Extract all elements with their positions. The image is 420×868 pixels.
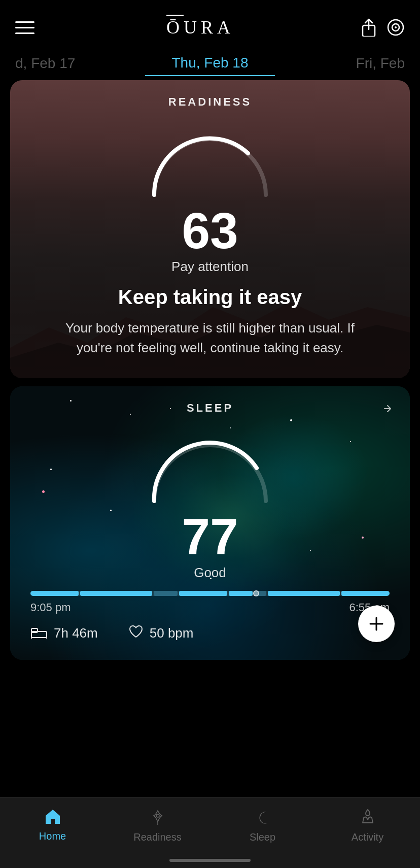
readiness-content: READINESS 63 Pay attention Keep taking i… (10, 80, 410, 378)
bed-icon (30, 624, 48, 642)
sleep-arrow-button[interactable] (380, 402, 395, 419)
logo-letter: Ō (166, 17, 184, 38)
sleep-duration-stat: 7h 46m (30, 624, 98, 642)
readiness-label: READINESS (25, 95, 395, 109)
readiness-description: Your body temperature is still higher th… (58, 318, 362, 358)
nav-readiness[interactable]: Readiness (105, 805, 210, 843)
app-logo: ŌURA (166, 17, 234, 38)
heart-rate-stat: 50 bpm (128, 624, 194, 642)
nav-sleep-label: Sleep (250, 831, 275, 843)
nav-readiness-label: Readiness (133, 831, 182, 843)
heart-icon (128, 624, 144, 642)
nav-home[interactable]: Home (0, 805, 105, 842)
readiness-score: 63 (25, 205, 395, 256)
menu-button[interactable] (15, 21, 41, 34)
sleep-card[interactable]: SLEEP 77 Good (10, 386, 410, 660)
nav-activity-label: Activity (352, 831, 383, 843)
sleep-content: SLEEP 77 Good (10, 386, 410, 660)
readiness-headline: Keep taking it easy (25, 285, 395, 309)
target-button[interactable] (387, 18, 405, 37)
sleep-start-time: 9:05 pm (30, 601, 71, 614)
add-button[interactable] (358, 606, 395, 642)
header: ŌURA (0, 0, 420, 46)
sleep-arc (144, 425, 276, 506)
sleep-bar (30, 591, 390, 596)
prev-date[interactable]: d, Feb 17 (0, 51, 145, 76)
share-button[interactable] (360, 18, 377, 37)
cards-container: READINESS 63 Pay attention Keep taking i… (0, 80, 420, 809)
nav-home-label: Home (39, 830, 66, 842)
home-indicator (169, 859, 251, 862)
header-actions (360, 18, 405, 37)
sleep-score: 77 (25, 511, 395, 562)
sleep-timeline: 9:05 pm 6:55 am (25, 591, 395, 614)
bottom-navigation: Home Readiness Sleep Activity (0, 797, 420, 868)
sleep-bar-segments (30, 591, 390, 596)
readiness-card[interactable]: READINESS 63 Pay attention Keep taking i… (10, 80, 410, 378)
activity-icon (359, 808, 377, 828)
readiness-status: Pay attention (25, 259, 395, 275)
home-icon (44, 808, 62, 827)
readiness-arc (144, 119, 276, 200)
sleep-status: Good (25, 565, 395, 581)
sleep-stats: 7h 46m 50 bpm (25, 624, 395, 642)
svg-point-10 (156, 814, 159, 817)
nav-activity[interactable]: Activity (315, 805, 420, 843)
heart-rate: 50 bpm (150, 625, 194, 641)
sleep-label: SLEEP (25, 402, 395, 415)
readiness-icon (149, 808, 167, 828)
next-date[interactable]: Fri, Feb (275, 51, 420, 76)
sleep-duration: 7h 46m (54, 625, 98, 641)
current-date[interactable]: Thu, Feb 18 (145, 51, 275, 76)
nav-sleep[interactable]: Sleep (210, 805, 315, 843)
date-navigation: d, Feb 17 Thu, Feb 18 Fri, Feb (0, 46, 420, 80)
sleep-times: 9:05 pm 6:55 am (30, 601, 390, 614)
sleep-icon (254, 808, 272, 828)
svg-point-3 (395, 26, 397, 28)
